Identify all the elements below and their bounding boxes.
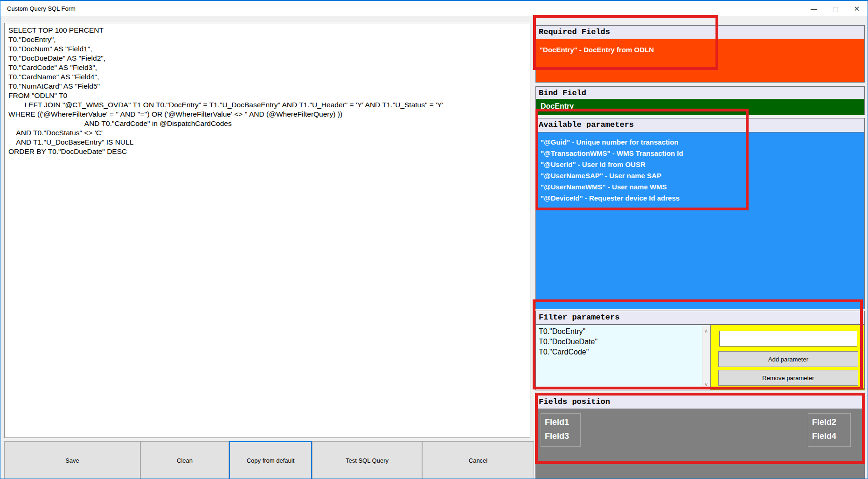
- filter-parameters-list: T0."DocEntry" T0."DocDueDate" T0."CardCo…: [536, 325, 710, 357]
- filter-parameter-input[interactable]: [719, 331, 857, 347]
- filter-parameter-item[interactable]: T0."CardCode": [539, 347, 710, 357]
- available-parameters-list: "@Guid" - Unique number for transaction …: [536, 132, 864, 204]
- fields-position-header: Fields position: [535, 395, 865, 409]
- available-parameters-panel: "@Guid" - Unique number for transaction …: [535, 132, 865, 309]
- close-button[interactable]: ✕: [846, 1, 868, 16]
- custom-query-sql-form-window: Custom Query SQL Form — ▢ ✕ SELECT TOP 1…: [0, 0, 868, 479]
- remove-parameter-button[interactable]: Remove parameter: [718, 370, 858, 386]
- minimize-button[interactable]: —: [803, 1, 825, 16]
- close-icon: ✕: [854, 5, 860, 13]
- cancel-button[interactable]: Cancel: [422, 441, 534, 479]
- filter-parameters-listbox[interactable]: T0."DocEntry" T0."DocDueDate" T0."CardCo…: [535, 325, 711, 390]
- bind-field-value: DocEntry: [536, 99, 864, 111]
- maximize-icon: ▢: [832, 5, 838, 13]
- minimize-icon: —: [811, 5, 817, 13]
- available-parameter-item[interactable]: "@DeviceId" - Requester device Id adress: [541, 193, 864, 204]
- available-parameter-item[interactable]: "@TransactionWMS" - WMS Transaction Id: [541, 148, 864, 159]
- available-parameter-item[interactable]: "@UserNameWMS" - User name WMS: [541, 181, 864, 193]
- field-chip[interactable]: Field2: [812, 415, 847, 429]
- sql-query-editor[interactable]: SELECT TOP 100 PERCENT T0."DocEntry", T0…: [4, 23, 530, 438]
- bind-field-header: Bind Field: [535, 86, 865, 99]
- available-parameter-item[interactable]: "@Guid" - Unique number for transaction: [541, 137, 864, 148]
- required-fields-header: Required Fields: [535, 25, 865, 39]
- required-field-item: "DocEntry" - DocEntry from ODLN: [536, 39, 864, 54]
- available-parameter-item[interactable]: "@UserId" - User Id from OUSR: [541, 159, 864, 170]
- fields-position-panel: Field1 Field3 Field2 Field4: [535, 409, 865, 479]
- listbox-scrollbar[interactable]: ∧ ∨: [702, 326, 710, 389]
- bind-field-row[interactable]: DocEntry: [535, 99, 865, 115]
- filter-parameters-controls-panel: Add parameter Remove parameter: [711, 325, 865, 390]
- titlebar: Custom Query SQL Form — ▢ ✕: [0, 0, 868, 16]
- filter-parameters-header: Filter parameters: [535, 311, 865, 325]
- scroll-up-icon[interactable]: ∧: [702, 326, 710, 335]
- window-title: Custom Query SQL Form: [7, 5, 76, 12]
- scroll-down-icon[interactable]: ∨: [702, 380, 710, 389]
- field-chip[interactable]: Field4: [812, 429, 847, 443]
- filter-parameter-item[interactable]: T0."DocDueDate": [539, 337, 710, 347]
- add-parameter-button[interactable]: Add parameter: [718, 351, 858, 367]
- available-parameters-header: Available parameters: [535, 118, 865, 132]
- field-chip[interactable]: Field3: [545, 429, 576, 443]
- fields-position-left-box[interactable]: Field1 Field3: [541, 413, 581, 447]
- available-parameter-item[interactable]: "@UserNameSAP" - User name SAP: [541, 170, 864, 181]
- fields-position-right-box[interactable]: Field2 Field4: [808, 413, 851, 447]
- field-chip[interactable]: Field1: [545, 415, 576, 429]
- maximize-button[interactable]: ▢: [825, 1, 846, 16]
- test-sql-query-button[interactable]: Test SQL Query: [312, 441, 422, 479]
- copy-from-default-button[interactable]: Copy from default: [229, 441, 312, 479]
- required-fields-panel: "DocEntry" - DocEntry from ODLN: [535, 39, 865, 83]
- save-button[interactable]: Save: [4, 441, 140, 479]
- filter-parameter-item[interactable]: T0."DocEntry": [539, 326, 710, 337]
- clean-button[interactable]: Clean: [140, 441, 229, 479]
